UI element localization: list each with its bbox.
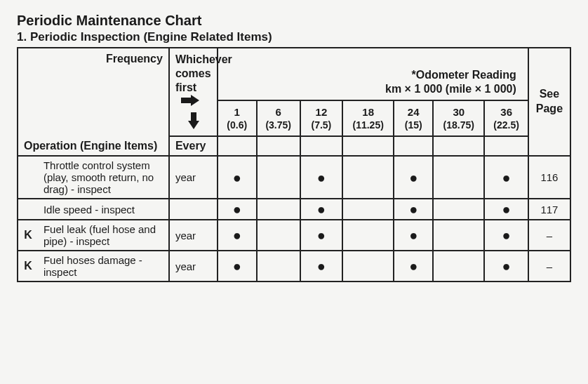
mark-cell <box>342 251 394 282</box>
operation-cell: Throttle control system (play, smooth re… <box>38 156 169 199</box>
mark-cell: ● <box>484 199 528 220</box>
k-mark: K <box>18 251 38 282</box>
page-subtitle: 1. Periodic Inspection (Engine Related I… <box>17 30 571 44</box>
col-header: 36(22.5) <box>484 100 528 136</box>
page-title: Periodic Maintenance Chart <box>17 13 571 29</box>
col-header: 12(7.5) <box>300 100 342 136</box>
whichever-line3: first <box>175 81 196 93</box>
operation-cell: Fuel leak (fuel hose and pipe) - inspect <box>38 220 169 251</box>
mark-cell: ● <box>394 156 433 199</box>
mark-cell: ● <box>300 156 342 199</box>
mark-cell <box>433 156 484 199</box>
mark-cell <box>433 199 484 220</box>
mark-cell <box>257 156 300 199</box>
mark-cell <box>342 220 394 251</box>
mark-cell: ● <box>484 220 528 251</box>
mark-cell: ● <box>218 156 257 199</box>
mark-cell: ● <box>218 251 257 282</box>
col-header: 18(11.25) <box>342 100 394 136</box>
mark-cell: ● <box>484 156 528 199</box>
col-header: 24(15) <box>394 100 433 136</box>
operation-cell: Idle speed - inspect <box>38 199 169 220</box>
arrow-right-icon <box>181 95 199 110</box>
page-cell: 117 <box>528 199 570 220</box>
page-cell: – <box>528 220 570 251</box>
svg-marker-1 <box>188 112 199 129</box>
table-row: Idle speed - inspect ● ● ● ● 117 <box>18 199 570 220</box>
every-cell: year <box>169 156 218 199</box>
frequency-label: Frequency <box>106 53 163 65</box>
table-row: K Fuel hoses damage - inspect year ● ● ●… <box>18 251 570 282</box>
mark-cell <box>342 199 394 220</box>
mark-cell: ● <box>394 251 433 282</box>
mark-cell: ● <box>300 251 342 282</box>
col-header: 6(3.75) <box>257 100 300 136</box>
k-mark <box>18 199 38 220</box>
mark-cell: ● <box>218 199 257 220</box>
see-page-line1: See <box>533 87 566 102</box>
every-cell: year <box>169 251 218 282</box>
svg-marker-0 <box>181 95 199 106</box>
operation-cell: Fuel hoses damage - inspect <box>38 251 169 282</box>
col-header: 1(0.6) <box>218 100 257 136</box>
odometer-line1: *Odometer Reading <box>222 68 516 83</box>
mark-cell <box>433 220 484 251</box>
whichever-line1: Whichever <box>175 53 232 65</box>
mark-cell <box>342 156 394 199</box>
page-cell: 116 <box>528 156 570 199</box>
mark-cell <box>433 251 484 282</box>
every-header: Every <box>175 140 206 152</box>
mark-cell <box>257 251 300 282</box>
whichever-line2: comes <box>175 67 211 79</box>
col-header: 30(18.75) <box>433 100 484 136</box>
k-mark <box>18 156 38 199</box>
mark-cell <box>257 199 300 220</box>
mark-cell: ● <box>300 220 342 251</box>
table-row: Throttle control system (play, smooth re… <box>18 156 570 199</box>
maintenance-table: Frequency Whichever comes first *Odomete… <box>17 47 571 282</box>
mark-cell: ● <box>218 220 257 251</box>
operation-header: Operation (Engine Items) <box>24 140 157 152</box>
k-mark: K <box>18 220 38 251</box>
mark-cell: ● <box>484 251 528 282</box>
odometer-line2: km × 1 000 (mile × 1 000) <box>222 82 516 97</box>
see-page-line2: Page <box>533 102 566 117</box>
mark-cell <box>257 220 300 251</box>
mark-cell: ● <box>394 220 433 251</box>
every-cell: year <box>169 220 218 251</box>
page-cell: – <box>528 251 570 282</box>
mark-cell: ● <box>394 199 433 220</box>
every-cell <box>169 199 218 220</box>
arrow-down-icon <box>188 112 213 133</box>
table-row: K Fuel leak (fuel hose and pipe) - inspe… <box>18 220 570 251</box>
mark-cell: ● <box>300 199 342 220</box>
